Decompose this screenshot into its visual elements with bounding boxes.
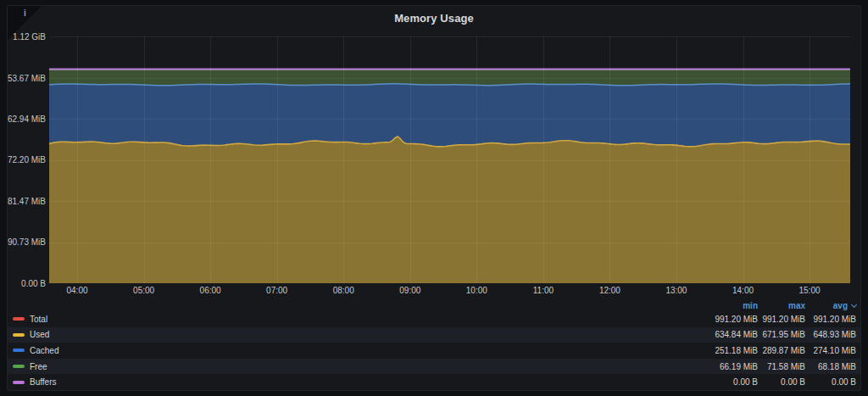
free-min-value: 66.19 MiB	[690, 362, 758, 371]
legend-label-cached[interactable]: Cached	[30, 346, 58, 355]
x-axis-tick: 14:00	[732, 286, 754, 295]
legend-row-total: Total 991.20 MiB 991.20 MiB 991.20 MiB	[8, 311, 860, 327]
total-max-value: 991.20 MiB	[758, 315, 805, 324]
used-max-value: 671.95 MiB	[758, 330, 805, 339]
x-axis-tick: 10:00	[466, 286, 487, 295]
x-axis-tick: 15:00	[798, 286, 820, 295]
used-area	[49, 137, 850, 283]
total-min-value: 991.20 MiB	[690, 315, 758, 324]
y-axis-tick: 953.67 MiB	[8, 74, 46, 83]
y-axis-tick: 0.00 B	[21, 279, 46, 288]
free-avg-value: 68.18 MiB	[805, 362, 856, 371]
y-axis-tick: 762.94 MiB	[8, 114, 46, 124]
y-axis-tick: 1.12 GiB	[13, 32, 46, 42]
legend-row-used: Used 634.84 MiB 671.95 MiB 648.93 MiB	[8, 327, 860, 343]
y-axis-tick: 190.73 MiB	[8, 237, 46, 247]
cached-area	[49, 84, 850, 147]
x-axis-tick: 11:00	[533, 286, 554, 295]
buffers-avg-value: 0.00 B	[805, 377, 856, 387]
free-max-value: 71.58 MiB	[758, 362, 805, 371]
legend-row-buffers: Buffers 0.00 B 0.00 B 0.00 B	[8, 374, 860, 390]
used-min-value: 634.84 MiB	[690, 330, 758, 339]
total-avg-value: 991.20 MiB	[805, 315, 856, 324]
legend-header-row: min max avg	[8, 299, 860, 311]
chevron-down-icon	[851, 302, 857, 308]
x-axis-tick: 12:00	[599, 286, 620, 295]
free-area	[49, 70, 850, 86]
total-series-color-dash[interactable]	[13, 317, 25, 321]
memory-usage-panel: i Memory Usage 0.00 B190.73 MiB381.47 Mi…	[7, 5, 861, 391]
free-series-color-dash[interactable]	[13, 365, 25, 368]
buffers-min-value: 0.00 B	[690, 377, 758, 387]
x-axis-tick: 08:00	[333, 286, 354, 295]
x-axis-tick: 07:00	[266, 286, 287, 295]
legend-sort-min[interactable]: min	[690, 301, 758, 310]
x-axis-tick: 05:00	[133, 286, 154, 295]
used-avg-value: 648.93 MiB	[805, 330, 856, 339]
legend-label-buffers[interactable]: Buffers	[30, 377, 57, 387]
legend-sort-avg-label: avg	[833, 301, 848, 310]
x-axis-tick: 04:00	[66, 286, 87, 295]
legend-label-free[interactable]: Free	[30, 362, 47, 371]
used-series-color-dash[interactable]	[13, 333, 25, 337]
legend-table: min max avg Total 991.20 MiB 991.20 MiB …	[8, 299, 860, 390]
buffers-max-value: 0.00 B	[758, 377, 805, 387]
legend-label-total[interactable]: Total	[30, 315, 47, 324]
cached-max-value: 289.87 MiB	[758, 346, 805, 355]
cached-avg-value: 274.10 MiB	[805, 346, 856, 355]
x-axis-tick: 13:00	[665, 286, 687, 295]
y-axis-tick: 381.47 MiB	[8, 197, 46, 206]
cached-min-value: 251.18 MiB	[690, 346, 758, 355]
legend-sort-max[interactable]: max	[758, 301, 805, 310]
x-axis-tick: 09:00	[399, 286, 420, 295]
legend-sort-avg[interactable]: avg	[805, 301, 856, 310]
cached-series-color-dash[interactable]	[13, 349, 25, 352]
x-axis-tick: 06:00	[200, 286, 221, 295]
buffers-series-color-dash[interactable]	[13, 381, 25, 384]
legend-row-free: Free 66.19 MiB 71.58 MiB 68.18 MiB	[8, 359, 860, 375]
legend-label-used[interactable]: Used	[30, 330, 49, 339]
legend-row-cached: Cached 251.18 MiB 289.87 MiB 274.10 MiB	[8, 343, 860, 359]
memory-usage-chart[interactable]: 0.00 B190.73 MiB381.47 MiB572.20 MiB762.…	[8, 6, 862, 298]
y-axis-tick: 572.20 MiB	[8, 155, 46, 165]
